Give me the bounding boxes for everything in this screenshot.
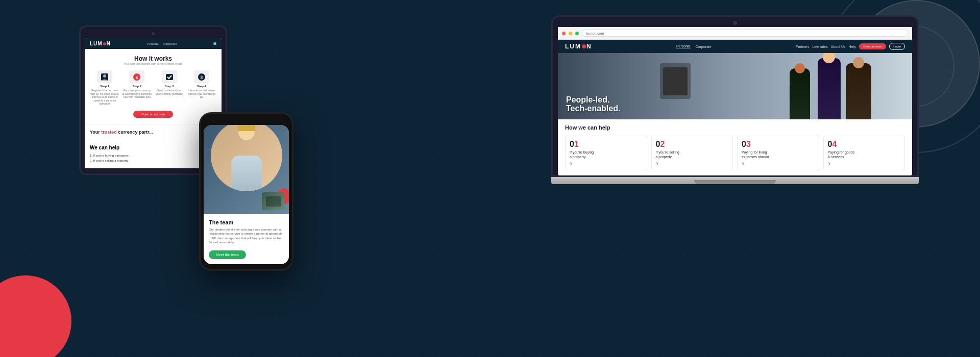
laptop-base: [551, 177, 919, 184]
laptop-help-card-01[interactable]: 01 If you're buyinga property ∨: [565, 136, 647, 170]
tablet-nav-personal[interactable]: Personal: [147, 42, 159, 45]
laptop-open-account-button[interactable]: Open account: [859, 43, 886, 49]
card-chevron-03: ∨: [742, 161, 815, 166]
laptop-screen: LUM N Personal Corporate Partners Live r…: [558, 40, 912, 175]
tablet-steps: Step 1 Register for an account with us. …: [90, 70, 216, 106]
card-chevron-02: ∨: [656, 161, 729, 166]
card-label-04: Paying for goods& services: [828, 150, 901, 159]
tablet-step-1: Step 1 Register for an account with us. …: [90, 70, 119, 106]
phone-person-photo: [211, 125, 282, 191]
tablet-step-2-desc: Purchase your currency at a competitive …: [122, 89, 152, 99]
laptop-nav-links: Personal Corporate: [676, 44, 712, 49]
phone-hero-area: [204, 125, 289, 214]
laptop-help-title: How we can help: [565, 124, 905, 131]
browser-url-bar: lumon.com: [582, 30, 908, 37]
phone-device: The team Our dealers blend their exchang…: [199, 112, 293, 271]
tablet-step-2-label: Step 2: [122, 85, 152, 88]
tablet-step-1-label: Step 1: [90, 85, 119, 88]
phone-meet-team-button[interactable]: Meet the team: [209, 250, 246, 259]
browser-close-dot: [562, 32, 566, 35]
laptop-hero-section: People-led. Tech-enabled.: [558, 53, 912, 119]
card-number-01: 01: [570, 140, 643, 148]
laptop-hero-text: People-led. Tech-enabled.: [566, 95, 620, 113]
browser-fullscreen-dot: [575, 32, 579, 35]
tablet-step-4-icon: $: [194, 70, 209, 83]
tablet-step-2-icon: $: [129, 70, 144, 83]
tablet-step-1-icon: [97, 70, 112, 83]
svg-point-1: [103, 74, 106, 78]
card-number-02: 02: [656, 140, 729, 148]
tablet-logo: LUM N: [90, 41, 111, 46]
person-silhouette-1: [846, 63, 871, 119]
laptop-nav-personal[interactable]: Personal: [676, 44, 691, 49]
tablet-step-4: $ Step 4 Let us know and where you like …: [187, 70, 216, 106]
trusted-highlight: trusted: [101, 130, 117, 135]
phone-notch: [234, 119, 259, 123]
laptop-nav-corporate[interactable]: Corporate: [696, 45, 712, 48]
person-silhouette-2: [818, 58, 841, 119]
card-label-03: Paying for livingexpenses abroad: [742, 150, 815, 159]
tablet-navbar: LUM N Personal Corporate ≡: [85, 38, 222, 49]
laptop-nav-help[interactable]: Help: [849, 45, 856, 48]
browser-minimize-dot: [569, 32, 572, 35]
tablet-nav-corporate[interactable]: Corporate: [163, 42, 177, 45]
card-chevron-01: ∨: [570, 161, 643, 166]
tablet-nav-links: Personal Corporate: [147, 42, 177, 45]
laptop-help-cards: 01 If you're buyinga property ∨ 02 If yo…: [565, 136, 905, 170]
tablet-step-3-desc: Send us the funds for your currency purc…: [155, 89, 184, 95]
tablet-step-3-icon: [162, 70, 177, 83]
card-label-01: If you're buyinga property: [570, 150, 643, 159]
phone-team-section: The team Our dealers blend their exchang…: [204, 214, 289, 264]
phone-office-thumbnail: [262, 192, 285, 210]
tablet-how-title: How it works: [90, 55, 216, 62]
laptop-nav-partners[interactable]: Partners: [796, 45, 809, 48]
phone-team-title: The team: [209, 219, 284, 225]
svg-rect-4: [166, 74, 173, 80]
card-number-04: 04: [828, 140, 901, 148]
laptop-camera: [733, 21, 737, 25]
laptop-nav-aboutus[interactable]: About Us: [831, 45, 846, 48]
tablet-step-3-label: Step 3: [155, 85, 184, 88]
laptop-nav-liverates[interactable]: Live rates: [812, 45, 827, 48]
tablet-hamburger-icon[interactable]: ≡: [213, 41, 216, 46]
tablet-how-subtitle: You can get started with a few simple st…: [90, 62, 216, 65]
phone-team-description: Our dealers blend their exchange rate ac…: [209, 227, 284, 245]
bg-decoration-red-circle: [0, 275, 71, 357]
tablet-camera: [152, 32, 155, 35]
laptop-help-card-02[interactable]: 02 If you're sellinga property ∨: [651, 136, 733, 170]
laptop-device: lumon.com LUM N Personal Corporate Partn…: [551, 15, 919, 184]
card-chevron-04: ∨: [828, 161, 901, 166]
tablet-help-item-2: 2. If you're selling a property: [90, 158, 216, 163]
laptop-navbar: LUM N Personal Corporate Partners Live r…: [558, 40, 912, 53]
svg-text:$: $: [200, 75, 203, 80]
tablet-step-3: Step 3 Send us the funds for your curren…: [155, 70, 184, 106]
svg-text:$: $: [136, 75, 138, 80]
laptop-logo: LUM N: [565, 43, 592, 50]
tablet-step-2: $ Step 2 Purchase your currency at a com…: [122, 70, 152, 106]
tablet-trusted-text: Your trusted currency partr...: [90, 130, 216, 135]
tablet-step-1-desc: Register for an account with us. It's qu…: [90, 89, 119, 106]
monitor-shape: [660, 63, 691, 99]
laptop-nav-right: Partners Live rates About Us Help Open a…: [796, 43, 905, 50]
tablet-step-4-label: Step 4: [187, 85, 216, 88]
card-number-03: 03: [742, 140, 815, 148]
browser-chrome: lumon.com: [558, 27, 912, 40]
tablet-help-item-1: 1. If you're buying a property: [90, 153, 216, 158]
card-label-02: If you're sellinga property: [656, 150, 729, 159]
laptop-help-section: How we can help 01 If you're buyinga pro…: [558, 119, 912, 175]
phone-screen: The team Our dealers blend their exchang…: [204, 125, 289, 264]
person-silhouette-3: [790, 68, 810, 119]
tablet-step-4-desc: Let us know and where you like your paym…: [187, 89, 216, 99]
tablet-open-account-button[interactable]: Open an account: [133, 111, 173, 118]
tablet-we-can-help-title: We can help: [90, 145, 216, 150]
laptop-help-card-04[interactable]: 04 Paying for goods& services ∨: [823, 136, 905, 170]
laptop-help-card-03[interactable]: 03 Paying for livingexpenses abroad ∨: [737, 136, 819, 170]
laptop-login-button[interactable]: Login: [889, 43, 905, 50]
